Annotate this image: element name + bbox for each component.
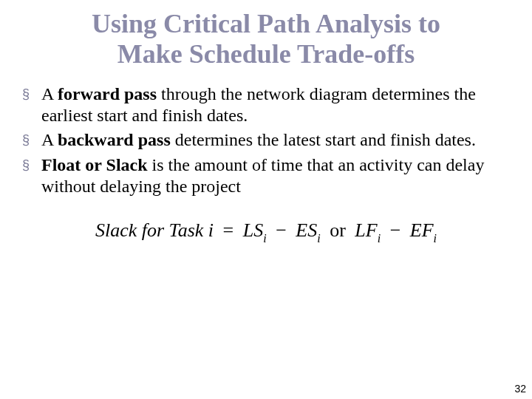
formula-lhs: Slack for Task i bbox=[95, 219, 214, 241]
bullet-bold: forward pass bbox=[58, 84, 157, 103]
bullet-item: § A backward pass determines the latest … bbox=[22, 129, 510, 151]
term-lf: LF bbox=[355, 219, 377, 241]
bullet-bold: Float or Slack bbox=[41, 155, 148, 174]
slack-formula: Slack for Task i = LSi − ESi or LFi − EF… bbox=[22, 219, 510, 244]
bullet-item: § A forward pass through the network dia… bbox=[22, 83, 510, 127]
bullet-pre: A bbox=[41, 84, 58, 103]
equals-sign: = bbox=[219, 219, 239, 241]
slide-title: Using Critical Path Analysis to Make Sch… bbox=[0, 0, 532, 70]
bullet-pre: A bbox=[41, 130, 58, 149]
bullet-item: § Float or Slack is the amount of time t… bbox=[22, 154, 510, 198]
bullet-icon: § bbox=[22, 83, 41, 103]
sub-i: i bbox=[317, 232, 320, 245]
sub-i: i bbox=[434, 232, 437, 245]
bullet-text: Float or Slack is the amount of time tha… bbox=[41, 154, 510, 198]
sub-i: i bbox=[378, 232, 381, 245]
term-ef: EF bbox=[410, 219, 434, 241]
bullet-bold: backward pass bbox=[58, 130, 171, 149]
slide: Using Critical Path Analysis to Make Sch… bbox=[0, 0, 532, 399]
bullet-text: A forward pass through the network diagr… bbox=[41, 83, 510, 127]
page-number: 32 bbox=[514, 383, 526, 395]
bullet-icon: § bbox=[22, 129, 41, 149]
title-line-2: Make Schedule Trade-offs bbox=[117, 39, 415, 69]
term-ls: LS bbox=[243, 219, 263, 241]
title-line-1: Using Critical Path Analysis to bbox=[92, 9, 440, 38]
minus-sign: − bbox=[386, 219, 406, 241]
term-es: ES bbox=[296, 219, 317, 241]
body-area: § A forward pass through the network dia… bbox=[0, 70, 532, 245]
bullet-icon: § bbox=[22, 154, 41, 174]
bullet-post: determines the latest start and finish d… bbox=[171, 130, 476, 149]
minus-sign: − bbox=[271, 219, 291, 241]
sub-i: i bbox=[263, 232, 266, 245]
or-text: or bbox=[325, 219, 350, 241]
bullet-text: A backward pass determines the latest st… bbox=[41, 129, 510, 151]
